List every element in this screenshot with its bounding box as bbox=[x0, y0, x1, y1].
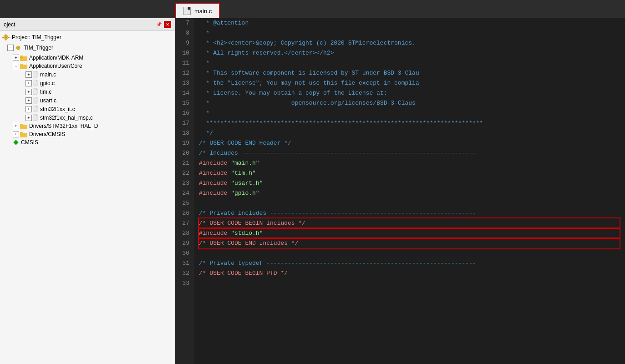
close-icon[interactable]: ✕ bbox=[164, 21, 171, 28]
tree-app-user[interactable]: − Application/User/Core bbox=[0, 62, 175, 70]
tree-drivers-hal[interactable]: + Drivers/STM32F1xx_HAL_D bbox=[0, 122, 175, 130]
expand-app-mdk[interactable]: + bbox=[13, 55, 19, 61]
code-line-19: /* USER CODE END Header */ bbox=[199, 138, 620, 148]
svg-point-1 bbox=[5, 36, 7, 38]
line-numbers: 7 8 9 10 11 12 13 14 15 16 17 18 19 20 2… bbox=[175, 18, 193, 364]
code-line-21: #include "main.h" bbox=[199, 158, 620, 168]
tree-tim-c[interactable]: + tim.c bbox=[0, 87, 175, 96]
ln-13: 13 bbox=[179, 78, 189, 88]
code-line-13: * the "License"; You may not use this fi… bbox=[199, 78, 620, 88]
pin-icon[interactable]: 📌 bbox=[156, 21, 162, 28]
code-editor[interactable]: 7 8 9 10 11 12 13 14 15 16 17 18 19 20 2… bbox=[175, 18, 625, 364]
tree-drivers-cmsis[interactable]: + Drivers/CMSIS bbox=[0, 130, 175, 138]
app-user-label: Application/User/Core bbox=[29, 63, 82, 69]
tree-gpio-c[interactable]: + gpio.c bbox=[0, 79, 175, 87]
code-line-30 bbox=[199, 248, 620, 258]
code-line-31: /* Private typedef ---------------------… bbox=[199, 258, 620, 268]
expand-app-user[interactable]: − bbox=[13, 63, 19, 69]
code-line-15: * opensource.org/licenses/BSD-3-Claus bbox=[199, 98, 620, 108]
svg-rect-5 bbox=[8, 37, 10, 38]
sidebar: oject 📌 ✕ bbox=[0, 18, 175, 364]
ln-29: 29 bbox=[179, 238, 189, 248]
expand-main-c[interactable]: + bbox=[25, 71, 32, 78]
svg-rect-26 bbox=[20, 124, 23, 125]
file-tab-icon bbox=[183, 7, 191, 15]
tree-project-root[interactable]: Project: TIM_Trigger bbox=[0, 33, 175, 42]
code-line-27: /* USER CODE BEGIN Includes */ bbox=[199, 218, 620, 228]
code-line-25 bbox=[199, 198, 620, 208]
svg-rect-4 bbox=[2, 37, 4, 38]
code-line-24: #include "gpio.h" bbox=[199, 188, 620, 198]
file-stm32-it-c-icon bbox=[33, 106, 38, 112]
tim-trigger-icon bbox=[15, 45, 22, 51]
ln-11: 11 bbox=[179, 58, 189, 68]
ln-27: 27 bbox=[179, 218, 189, 228]
cmsis-diamond-icon bbox=[13, 139, 19, 146]
code-line-22: #include "tim.h" bbox=[199, 168, 620, 178]
ln-18: 18 bbox=[179, 128, 189, 138]
svg-rect-3 bbox=[5, 39, 6, 40]
code-line-14: * License. You may obtain a copy of the … bbox=[199, 88, 620, 98]
svg-rect-25 bbox=[20, 125, 27, 129]
usart-c-label: usart.c bbox=[40, 97, 56, 104]
ln-33: 33 bbox=[179, 278, 189, 288]
file-gpio-c-icon bbox=[33, 80, 38, 86]
svg-rect-2 bbox=[5, 34, 6, 35]
ln-10: 10 bbox=[179, 48, 189, 58]
expand-tim-trigger[interactable]: − bbox=[7, 45, 14, 51]
stm32-it-c-label: stm32f1xx_it.c bbox=[40, 106, 75, 112]
code-line-20: /* Includes ----------------------------… bbox=[199, 148, 620, 158]
code-line-33 bbox=[199, 278, 620, 288]
tree-stm32-it-c[interactable]: + stm32f1xx_it.c bbox=[0, 105, 175, 113]
main-layout: oject 📌 ✕ bbox=[0, 18, 625, 364]
file-main-c-icon bbox=[33, 71, 38, 78]
code-line-17: ****************************************… bbox=[199, 118, 620, 128]
ln-26: 26 bbox=[179, 208, 189, 218]
expand-gpio-c[interactable]: + bbox=[25, 80, 32, 86]
code-content: 7 8 9 10 11 12 13 14 15 16 17 18 19 20 2… bbox=[175, 18, 625, 364]
folder-user-icon bbox=[20, 63, 27, 69]
code-line-7: * @attention bbox=[199, 18, 620, 28]
file-usart-c-icon bbox=[33, 97, 38, 104]
ln-16: 16 bbox=[179, 108, 189, 118]
tree-stm32-hal-msp-c[interactable]: + stm32f1xx_hal_msp.c bbox=[0, 113, 175, 122]
tree-cmsis[interactable]: CMSIS bbox=[0, 138, 175, 147]
file-tim-c-icon bbox=[33, 88, 38, 95]
ln-15: 15 bbox=[179, 98, 189, 108]
ln-32: 32 bbox=[179, 268, 189, 278]
ln-20: 20 bbox=[179, 148, 189, 158]
drivers-hal-label: Drivers/STM32F1xx_HAL_D bbox=[29, 123, 98, 129]
svg-point-7 bbox=[18, 47, 19, 49]
ln-24: 24 bbox=[179, 188, 189, 198]
code-line-26: /* Private includes --------------------… bbox=[199, 208, 620, 218]
code-line-28: #include "stdio.h" bbox=[199, 228, 620, 238]
expand-tim-c[interactable]: + bbox=[25, 89, 32, 95]
tree-app-mdk[interactable]: + Application/MDK-ARM bbox=[0, 54, 175, 62]
tree-main-c[interactable]: + main.c bbox=[0, 70, 175, 79]
code-line-32: /* USER CODE BEGIN PTD */ bbox=[199, 268, 620, 278]
expand-stm32-hal-msp-c[interactable]: + bbox=[25, 115, 32, 121]
sidebar-header: oject 📌 ✕ bbox=[0, 18, 175, 31]
tab-label: main.c bbox=[194, 8, 212, 15]
ln-21: 21 bbox=[179, 158, 189, 168]
expand-drivers-cmsis[interactable]: + bbox=[13, 131, 19, 137]
main-c-tab[interactable]: main.c bbox=[175, 3, 220, 18]
cmsis-label: CMSIS bbox=[21, 139, 38, 146]
code-line-18: */ bbox=[199, 128, 620, 138]
ln-19: 19 bbox=[179, 138, 189, 148]
tim-c-label: tim.c bbox=[40, 89, 51, 95]
main-c-label: main.c bbox=[40, 71, 56, 78]
project-root-label: Project: TIM_Trigger bbox=[12, 34, 61, 40]
ln-28: 28 bbox=[179, 228, 189, 238]
ln-14: 14 bbox=[179, 88, 189, 98]
expand-stm32-it-c[interactable]: + bbox=[25, 106, 32, 112]
ln-22: 22 bbox=[179, 168, 189, 178]
drivers-cmsis-label: Drivers/CMSIS bbox=[29, 131, 65, 137]
code-line-11: * bbox=[199, 58, 620, 68]
expand-usart-c[interactable]: + bbox=[25, 97, 32, 104]
sidebar-title: oject bbox=[4, 21, 15, 28]
expand-drivers-hal[interactable]: + bbox=[13, 123, 19, 129]
file-stm32-hal-msp-c-icon bbox=[33, 114, 38, 121]
tree-tim-trigger[interactable]: − TIM_Trigger bbox=[0, 42, 175, 54]
tree-usart-c[interactable]: + usart.c bbox=[0, 96, 175, 105]
